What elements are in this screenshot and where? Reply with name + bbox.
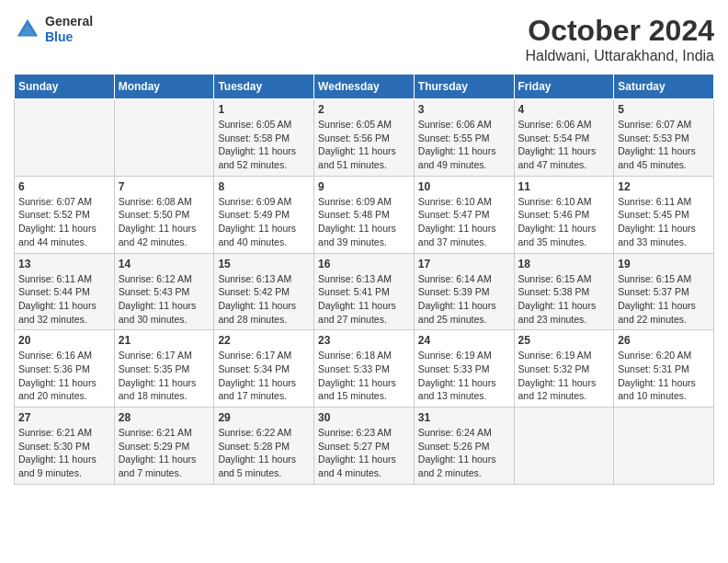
calendar-table: SundayMondayTuesdayWednesdayThursdayFrid… (14, 74, 714, 485)
sunrise-time: Sunrise: 6:15 AM (518, 272, 610, 286)
sunset-time: Sunset: 5:37 PM (618, 285, 710, 299)
sunset-time: Sunset: 5:54 PM (518, 132, 610, 145)
calendar-cell: 24Sunrise: 6:19 AMSunset: 5:33 PMDayligh… (414, 330, 514, 408)
daylight-hours: Daylight: 11 hours and 12 minutes. (518, 376, 610, 403)
daylight-hours: Daylight: 11 hours and 52 minutes. (218, 144, 310, 171)
day-number: 29 (218, 411, 310, 424)
calendar-cell: 6Sunrise: 6:07 AMSunset: 5:52 PMDaylight… (15, 176, 115, 253)
day-number: 31 (418, 411, 510, 424)
sunset-time: Sunset: 5:36 PM (18, 362, 110, 376)
sunset-time: Sunset: 5:47 PM (418, 208, 510, 222)
calendar-week-row: 27Sunrise: 6:21 AMSunset: 5:30 PMDayligh… (15, 408, 714, 485)
sunrise-time: Sunrise: 6:14 AM (418, 272, 510, 286)
sunrise-time: Sunrise: 6:13 AM (218, 272, 310, 286)
day-number: 13 (18, 258, 110, 270)
sunset-time: Sunset: 5:56 PM (318, 132, 410, 145)
daylight-hours: Daylight: 11 hours and 2 minutes. (418, 453, 510, 479)
logo: General Blue (14, 14, 93, 45)
day-info: Sunrise: 6:11 AMSunset: 5:45 PMDaylight:… (618, 195, 710, 249)
day-info: Sunrise: 6:17 AMSunset: 5:34 PMDaylight:… (218, 349, 310, 403)
day-info: Sunrise: 6:11 AMSunset: 5:44 PMDaylight:… (18, 272, 110, 327)
sunrise-time: Sunrise: 6:17 AM (218, 349, 310, 362)
sunrise-time: Sunrise: 6:24 AM (418, 426, 510, 440)
daylight-hours: Daylight: 11 hours and 17 minutes. (218, 376, 310, 403)
day-info: Sunrise: 6:13 AMSunset: 5:42 PMDaylight:… (218, 272, 310, 327)
day-info: Sunrise: 6:08 AMSunset: 5:50 PMDaylight:… (119, 195, 210, 249)
day-info: Sunrise: 6:18 AMSunset: 5:33 PMDaylight:… (318, 349, 410, 403)
day-number: 10 (418, 180, 510, 193)
day-info: Sunrise: 6:10 AMSunset: 5:47 PMDaylight:… (418, 195, 510, 249)
day-info: Sunrise: 6:06 AMSunset: 5:54 PMDaylight:… (518, 118, 610, 172)
day-info: Sunrise: 6:19 AMSunset: 5:32 PMDaylight:… (518, 349, 610, 403)
calendar-title: October 2024 (526, 14, 714, 48)
day-number: 8 (218, 180, 310, 193)
day-info: Sunrise: 6:12 AMSunset: 5:43 PMDaylight:… (119, 272, 210, 327)
calendar-cell: 11Sunrise: 6:10 AMSunset: 5:46 PMDayligh… (514, 176, 614, 253)
sunset-time: Sunset: 5:26 PM (418, 440, 510, 454)
calendar-week-row: 1Sunrise: 6:05 AMSunset: 5:58 PMDaylight… (15, 99, 714, 177)
calendar-cell: 23Sunrise: 6:18 AMSunset: 5:33 PMDayligh… (314, 330, 415, 408)
logo-icon (14, 16, 41, 43)
sunrise-time: Sunrise: 6:08 AM (119, 195, 210, 209)
day-number: 5 (618, 103, 710, 116)
daylight-hours: Daylight: 11 hours and 18 minutes. (119, 376, 210, 403)
calendar-cell (514, 408, 614, 485)
daylight-hours: Daylight: 11 hours and 51 minutes. (318, 144, 410, 171)
daylight-hours: Daylight: 11 hours and 20 minutes. (18, 376, 110, 403)
sunset-time: Sunset: 5:53 PM (618, 132, 710, 145)
daylight-hours: Daylight: 11 hours and 44 minutes. (18, 222, 110, 248)
weekday-header: Monday (114, 75, 214, 99)
page-header: General Blue October 2024 Haldwani, Utta… (14, 14, 714, 64)
day-number: 22 (218, 334, 310, 347)
daylight-hours: Daylight: 11 hours and 10 minutes. (618, 376, 710, 403)
day-info: Sunrise: 6:07 AMSunset: 5:53 PMDaylight:… (618, 118, 710, 172)
daylight-hours: Daylight: 11 hours and 33 minutes. (618, 222, 710, 248)
daylight-hours: Daylight: 11 hours and 39 minutes. (318, 222, 410, 248)
daylight-hours: Daylight: 11 hours and 30 minutes. (119, 299, 210, 326)
title-block: October 2024 Haldwani, Uttarakhand, Indi… (526, 14, 714, 64)
sunset-time: Sunset: 5:46 PM (518, 208, 610, 222)
calendar-body: 1Sunrise: 6:05 AMSunset: 5:58 PMDaylight… (15, 99, 714, 485)
daylight-hours: Daylight: 11 hours and 25 minutes. (418, 299, 510, 326)
calendar-cell: 14Sunrise: 6:12 AMSunset: 5:43 PMDayligh… (114, 253, 214, 330)
daylight-hours: Daylight: 11 hours and 22 minutes. (618, 299, 710, 326)
day-info: Sunrise: 6:09 AMSunset: 5:48 PMDaylight:… (318, 195, 410, 249)
day-info: Sunrise: 6:05 AMSunset: 5:58 PMDaylight:… (218, 118, 310, 172)
calendar-cell: 17Sunrise: 6:14 AMSunset: 5:39 PMDayligh… (414, 253, 514, 330)
day-number: 12 (618, 180, 710, 193)
calendar-week-row: 13Sunrise: 6:11 AMSunset: 5:44 PMDayligh… (15, 253, 714, 330)
calendar-cell: 4Sunrise: 6:06 AMSunset: 5:54 PMDaylight… (514, 99, 614, 177)
sunset-time: Sunset: 5:35 PM (119, 362, 210, 376)
sunset-time: Sunset: 5:31 PM (618, 362, 710, 376)
day-info: Sunrise: 6:05 AMSunset: 5:56 PMDaylight:… (318, 118, 410, 172)
calendar-cell: 18Sunrise: 6:15 AMSunset: 5:38 PMDayligh… (514, 253, 614, 330)
sunset-time: Sunset: 5:50 PM (119, 208, 210, 222)
day-number: 2 (318, 103, 410, 116)
sunset-time: Sunset: 5:43 PM (119, 285, 210, 299)
sunrise-time: Sunrise: 6:07 AM (18, 195, 110, 209)
sunrise-time: Sunrise: 6:23 AM (318, 426, 410, 440)
sunset-time: Sunset: 5:30 PM (18, 440, 110, 454)
calendar-cell (614, 408, 714, 485)
sunrise-time: Sunrise: 6:06 AM (518, 118, 610, 132)
daylight-hours: Daylight: 11 hours and 27 minutes. (318, 299, 410, 326)
day-number: 23 (318, 334, 410, 347)
sunset-time: Sunset: 5:33 PM (418, 362, 510, 376)
calendar-cell: 2Sunrise: 6:05 AMSunset: 5:56 PMDaylight… (314, 99, 415, 177)
sunrise-time: Sunrise: 6:05 AM (318, 118, 410, 132)
sunset-time: Sunset: 5:34 PM (218, 362, 310, 376)
day-number: 21 (119, 334, 210, 347)
day-info: Sunrise: 6:16 AMSunset: 5:36 PMDaylight:… (18, 349, 110, 403)
day-info: Sunrise: 6:09 AMSunset: 5:49 PMDaylight:… (218, 195, 310, 249)
sunset-time: Sunset: 5:33 PM (318, 362, 410, 376)
sunrise-time: Sunrise: 6:10 AM (418, 195, 510, 209)
day-number: 14 (119, 258, 210, 270)
day-number: 15 (218, 258, 310, 270)
sunrise-time: Sunrise: 6:10 AM (518, 195, 610, 209)
calendar-cell (114, 99, 214, 177)
weekday-header: Thursday (414, 75, 514, 99)
calendar-cell: 9Sunrise: 6:09 AMSunset: 5:48 PMDaylight… (314, 176, 415, 253)
sunset-time: Sunset: 5:45 PM (618, 208, 710, 222)
day-number: 4 (518, 103, 610, 116)
sunset-time: Sunset: 5:27 PM (318, 440, 410, 454)
